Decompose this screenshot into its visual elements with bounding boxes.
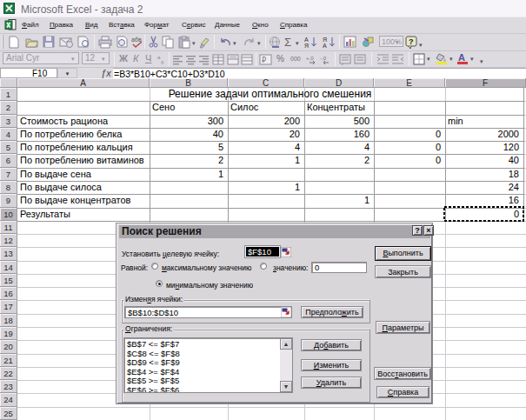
svg-text:-,0: -,0 [320, 56, 327, 61]
svg-text:абв: абв [131, 37, 142, 43]
svg-text:?: ? [409, 37, 414, 46]
svg-text:₽: ₽ [262, 57, 266, 64]
svg-text:А: А [323, 43, 327, 49]
svg-text:+,0: +,0 [306, 56, 314, 61]
svg-text:А: А [304, 37, 309, 43]
svg-text:б: б [161, 60, 164, 65]
svg-text:Я: Я [323, 37, 327, 43]
svg-text:Я: Я [304, 43, 309, 49]
